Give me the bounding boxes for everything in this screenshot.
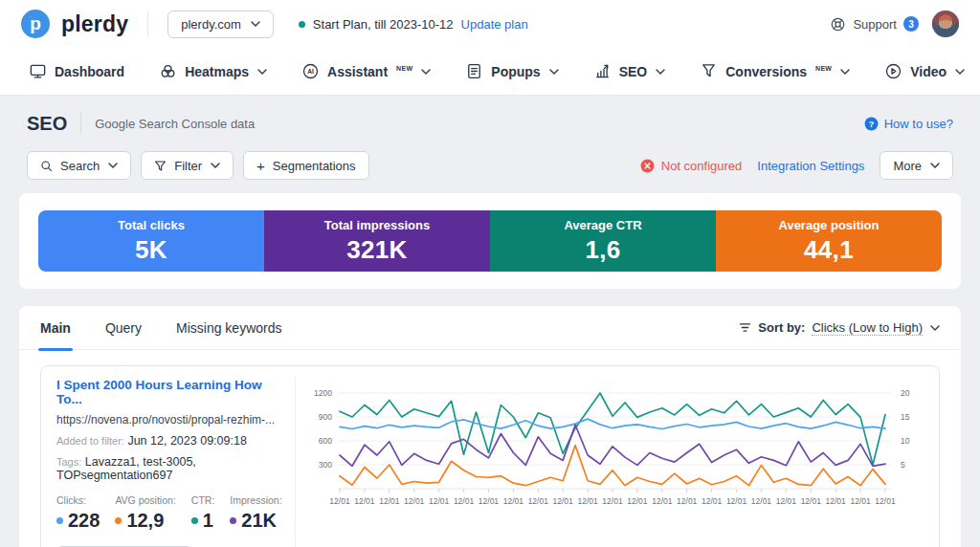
results-section: Main Query Missing keywords Sort by: Cli…: [19, 306, 961, 547]
nav-label: Dashboard: [55, 64, 124, 79]
question-circle-icon: ?: [864, 117, 879, 131]
toolbar: Search Filter + Segmentations Not config…: [27, 149, 953, 182]
support-badge: 3: [903, 16, 919, 32]
svg-text:900: 900: [319, 412, 332, 422]
update-plan-link[interactable]: Update plan: [461, 17, 528, 32]
chevron-down-icon: [656, 69, 665, 75]
chevron-down-icon: [251, 21, 260, 27]
nav-item-popups[interactable]: Popups: [465, 62, 558, 80]
metric-clicks: Clicks: 228: [56, 494, 100, 532]
svg-text:5: 5: [901, 460, 905, 470]
popups-icon: [465, 62, 483, 80]
not-configured-label: Not configured: [661, 159, 743, 173]
domain-select[interactable]: plerdy.com: [167, 11, 274, 38]
svg-text:12/01: 12/01: [553, 496, 574, 506]
chevron-down-icon: [840, 69, 850, 75]
nav-label: Conversions: [725, 64, 807, 79]
more-button[interactable]: More: [880, 151, 953, 180]
chevron-down-icon: [930, 325, 940, 331]
svg-text:12/01: 12/01: [329, 496, 350, 506]
metric-label: AVG position:: [115, 494, 175, 506]
svg-text:12/01: 12/01: [776, 496, 797, 506]
nav-item-conversions[interactable]: Conversions NEW: [700, 62, 850, 80]
sort-icon: [739, 322, 751, 333]
stat-average-position: Average position 44,1: [716, 210, 942, 272]
assistant-icon: AI: [301, 62, 320, 80]
divider: [147, 11, 148, 36]
svg-text:12/01: 12/01: [751, 496, 772, 506]
chevron-down-icon: [421, 69, 431, 75]
nav-label: Video: [910, 64, 947, 79]
metric-impression: Impression: 21K: [230, 494, 281, 532]
nav-item-heatmaps[interactable]: Heatmaps: [159, 62, 267, 80]
toolbar-right: Not configured Integration Settings More: [640, 151, 953, 180]
new-badge: NEW: [396, 65, 412, 72]
nav-item-video[interactable]: Video: [884, 62, 965, 80]
plan-status-text: Start Plan, till 2023-10-12: [313, 17, 454, 32]
domain-select-value: plerdy.com: [181, 17, 241, 32]
item-chart-area: 1200209001560010300512/0112/0112/0112/01…: [296, 378, 931, 547]
nav-item-dashboard[interactable]: Dashboard: [29, 62, 124, 80]
user-avatar[interactable]: [932, 11, 959, 37]
chevron-down-icon: [211, 163, 220, 168]
more-label: More: [893, 159, 922, 173]
result-item: I Spent 2000 Hours Learning How To... ht…: [40, 365, 940, 547]
page-title: SEO: [27, 113, 67, 135]
meta-value: Jun 12, 2023 09:09:18: [127, 434, 246, 448]
integration-settings-link[interactable]: Integration Settings: [757, 159, 864, 173]
metric-dot: [191, 517, 198, 524]
svg-text:12/01: 12/01: [652, 496, 673, 506]
svg-text:12/01: 12/01: [503, 496, 524, 506]
error-circle-icon: [640, 159, 655, 173]
metric-dot: [115, 517, 122, 524]
dashboard-icon: [29, 62, 47, 80]
metrics-line-chart: 1200209001560010300512/0112/0112/0112/01…: [305, 380, 927, 523]
nav-item-assistant[interactable]: AI Assistant NEW: [301, 62, 431, 80]
page-header: SEO Google Search Console data ? How to …: [19, 105, 961, 142]
conversions-icon: [700, 62, 718, 80]
not-configured-status: Not configured: [640, 159, 743, 173]
stat-value: 321K: [346, 235, 407, 265]
metric-number: 1: [203, 510, 213, 532]
chevron-down-icon: [930, 163, 940, 168]
plan-status-dot: [299, 21, 305, 28]
search-label: Search: [60, 159, 100, 173]
meta-label: Tags:: [56, 456, 81, 468]
stat-value: 1,6: [585, 235, 620, 265]
sort-control[interactable]: Sort by: Clicks (Low to High): [739, 320, 940, 336]
nav-item-seo[interactable]: SEO: [593, 62, 666, 80]
metric-label: Clicks:: [56, 494, 100, 506]
filter-label: Filter: [174, 159, 202, 173]
svg-text:20: 20: [901, 388, 910, 398]
sort-value: Clicks (Low to High): [812, 320, 923, 336]
segmentations-button[interactable]: + Segmentations: [243, 151, 369, 180]
topbar-right: Support 3: [830, 11, 959, 37]
svg-text:600: 600: [319, 436, 332, 446]
search-button[interactable]: Search: [27, 151, 131, 180]
svg-text:12/01: 12/01: [850, 496, 871, 506]
stat-label: Total clicks: [118, 218, 185, 232]
svg-text:12/01: 12/01: [602, 496, 623, 506]
nav-label: Assistant: [327, 64, 388, 79]
svg-text:12/01: 12/01: [429, 496, 450, 506]
item-added-to-filter: Added to filter: Jun 12, 2023 09:09:18: [56, 434, 283, 448]
svg-text:12/01: 12/01: [826, 496, 847, 506]
svg-text:12/01: 12/01: [875, 496, 896, 506]
metric-label: Impression:: [230, 494, 281, 506]
item-metrics: Clicks: 228 AVG position: 12,9 CTR: 1 Im…: [56, 494, 283, 532]
tab-query[interactable]: Query: [105, 306, 142, 350]
plan-status: Start Plan, till 2023-10-12 Update plan: [299, 17, 528, 32]
item-info: I Spent 2000 Hours Learning How To... ht…: [56, 378, 296, 547]
tab-main[interactable]: Main: [40, 306, 71, 350]
item-title-link[interactable]: I Spent 2000 Hours Learning How To...: [56, 378, 283, 406]
tab-missing-keywords[interactable]: Missing keywords: [176, 306, 281, 350]
segmentations-label: Segmentations: [273, 159, 356, 173]
filter-button[interactable]: Filter: [141, 151, 234, 180]
nav-label: Popups: [491, 64, 540, 79]
svg-text:AI: AI: [307, 68, 314, 75]
how-to-use-link[interactable]: ? How to use?: [864, 117, 953, 131]
support-menu[interactable]: Support 3: [830, 16, 919, 33]
svg-text:12/01: 12/01: [479, 496, 500, 506]
svg-text:300: 300: [319, 460, 332, 470]
plus-icon: +: [256, 158, 265, 174]
